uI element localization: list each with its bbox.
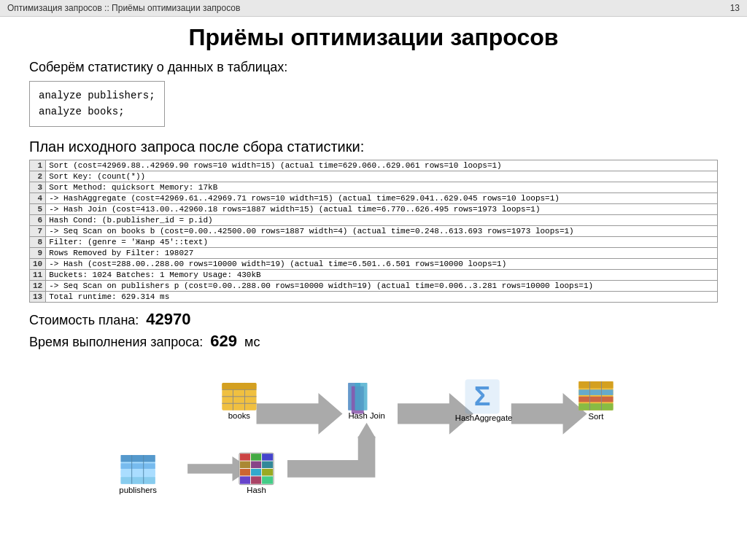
hash-label: Hash — [247, 486, 266, 494]
table-row: 4 -> HashAggregate (cost=42969.61..42969… — [30, 192, 718, 203]
row-number: 4 — [30, 192, 46, 203]
time-value: 629 — [210, 332, 237, 350]
table-row: 5 -> Hash Join (cost=413.00..42960.18 ro… — [30, 203, 718, 214]
row-number: 3 — [30, 182, 46, 192]
plan-title: План исходного запроса после сбора стати… — [29, 139, 718, 155]
time-label: Время выполнения запроса: — [29, 335, 203, 349]
hashjoin-icon — [348, 383, 367, 413]
svg-rect-27 — [240, 454, 250, 460]
arrow-hash-hashjoin-path — [287, 436, 367, 468]
publishers-icon — [121, 455, 155, 484]
row-number: 7 — [30, 225, 46, 236]
row-content: Filter: (genre = 'Жанр 45'::text) — [46, 236, 718, 247]
row-number: 11 — [30, 269, 46, 280]
cost-label: Стоимость плана: — [29, 313, 139, 327]
table-row: 7 -> Seq Scan on books b (cost=0.00..425… — [30, 225, 718, 236]
sort-icon — [578, 381, 613, 411]
row-content: Hash Cond: (b.publisher_id = p.id) — [46, 214, 718, 225]
breadcrumb: Оптимизация запросов :: Приёмы оптимизац… — [7, 3, 240, 13]
table-row: 2 Sort Key: (count(*)) — [30, 171, 718, 182]
arrow-books-hashjoin — [257, 393, 343, 435]
page-number: 13 — [730, 3, 740, 13]
code-line-1: analyze publishers; — [39, 88, 155, 104]
hashjoin-label: Hash Join — [348, 411, 384, 420]
row-content: Sort (cost=42969.88..42969.90 rows=10 wi… — [46, 160, 718, 171]
row-number: 5 — [30, 203, 46, 214]
books-label: books — [228, 411, 251, 420]
plan-table: 1Sort (cost=42969.88..42969.90 rows=10 w… — [29, 160, 718, 303]
svg-rect-15 — [578, 397, 613, 402]
intro-text: Соберём статистику о данных в таблицах: — [29, 60, 718, 75]
row-number: 2 — [30, 171, 46, 182]
code-line-2: analyze books; — [39, 104, 155, 120]
time-unit: мс — [244, 335, 260, 349]
diagram: books Hash Join Σ HashAggregate — [29, 358, 718, 504]
svg-rect-30 — [240, 461, 250, 467]
table-row: 8 Filter: (genre = 'Жанр 45'::text) — [30, 236, 718, 247]
diagram-svg: books Hash Join Σ HashAggregate — [29, 358, 718, 504]
svg-rect-33 — [240, 469, 250, 475]
time-section: Время выполнения запроса: 629 мс — [29, 332, 718, 351]
row-content: Total runtime: 629.314 ms — [46, 291, 718, 302]
table-row: 12 -> Seq Scan on publishers p (cost=0.0… — [30, 280, 718, 291]
arrow-hashaggregate-sort — [511, 393, 587, 435]
svg-rect-6 — [222, 383, 256, 389]
svg-rect-21 — [121, 463, 155, 469]
svg-rect-22 — [121, 470, 155, 476]
table-row: 1Sort (cost=42969.88..42969.90 rows=10 w… — [30, 160, 718, 171]
svg-rect-29 — [262, 454, 273, 460]
row-content: Buckets: 1024 Batches: 1 Memory Usage: 4… — [46, 269, 718, 280]
code-block: analyze publishers; analyze books; — [29, 81, 165, 127]
row-number: 1 — [30, 160, 46, 171]
topbar: Оптимизация запросов :: Приёмы оптимизац… — [0, 0, 747, 17]
row-content: -> Hash (cost=288.00..288.00 rows=10000 … — [46, 258, 718, 269]
row-content: -> Hash Join (cost=413.00..42960.18 rows… — [46, 203, 718, 214]
page-title: Приёмы оптимизации запросов — [29, 24, 718, 51]
row-number: 10 — [30, 258, 46, 269]
hashaggregate-label: HashAggregate — [455, 413, 513, 422]
svg-rect-9 — [355, 383, 368, 411]
table-row: 10 -> Hash (cost=288.00..288.00 rows=100… — [30, 258, 718, 269]
table-row: 6 Hash Cond: (b.publisher_id = p.id) — [30, 214, 718, 225]
svg-rect-13 — [578, 381, 613, 388]
svg-rect-14 — [578, 389, 613, 395]
row-content: -> Seq Scan on publishers p (cost=0.00..… — [46, 280, 718, 291]
books-icon — [222, 383, 256, 411]
row-content: Sort Method: quicksort Memory: 17kB — [46, 182, 718, 192]
table-row: 3 Sort Method: quicksort Memory: 17kB — [30, 182, 718, 192]
row-content: Sort Key: (count(*)) — [46, 171, 718, 182]
hashaggregate-icon: Σ — [465, 379, 500, 413]
table-row: 13Total runtime: 629.314 ms — [30, 291, 718, 302]
row-content: -> HashAggregate (cost=42969.61..42969.7… — [46, 192, 718, 203]
svg-rect-32 — [262, 461, 273, 467]
hash-icon — [239, 453, 274, 484]
svg-rect-34 — [251, 469, 261, 475]
svg-rect-38 — [262, 476, 273, 483]
row-number: 8 — [30, 236, 46, 247]
sort-label: Sort — [589, 412, 605, 421]
row-content: Rows Removed by Filter: 198027 — [46, 247, 718, 258]
svg-rect-28 — [251, 454, 261, 460]
main-content: Приёмы оптимизации запросов Соберём стат… — [0, 17, 747, 511]
svg-text:Σ: Σ — [474, 381, 491, 411]
svg-rect-23 — [121, 477, 155, 483]
row-number: 9 — [30, 247, 46, 258]
row-number: 6 — [30, 214, 46, 225]
table-row: 11 Buckets: 1024 Batches: 1 Memory Usage… — [30, 269, 718, 280]
svg-rect-35 — [262, 469, 273, 475]
svg-rect-31 — [251, 461, 261, 467]
table-row: 9 Rows Removed by Filter: 198027 — [30, 247, 718, 258]
row-number: 12 — [30, 280, 46, 291]
svg-rect-37 — [251, 476, 261, 483]
cost-section: Стоимость плана: 42970 — [29, 310, 718, 329]
row-number: 13 — [30, 291, 46, 302]
arrow-hash-hashjoin-head — [357, 422, 376, 438]
svg-rect-16 — [578, 403, 613, 410]
svg-rect-36 — [240, 476, 250, 483]
cost-value: 42970 — [146, 310, 190, 328]
svg-rect-20 — [121, 455, 155, 462]
row-content: -> Seq Scan on books b (cost=0.00..42500… — [46, 225, 718, 236]
publishers-label: publishers — [119, 486, 157, 494]
